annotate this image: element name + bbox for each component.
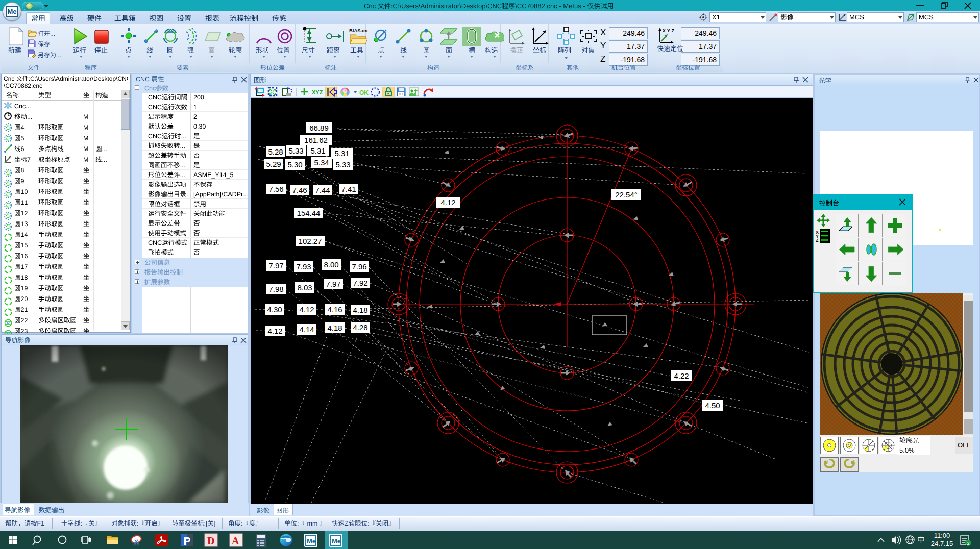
svg-text:2: 2 [967, 541, 970, 546]
svg-text:Me: Me [307, 537, 316, 545]
svg-text:A: A [232, 535, 239, 546]
svg-text:D: D [207, 535, 214, 546]
svg-text:X Y Z: X Y Z [663, 28, 674, 33]
svg-text:OK: OK [359, 89, 369, 96]
svg-text:Me: Me [332, 537, 341, 545]
svg-text:Z: Z [816, 238, 819, 243]
svg-text:XYZ: XYZ [312, 89, 323, 95]
svg-text:BIAS.ini: BIAS.ini [349, 28, 368, 33]
